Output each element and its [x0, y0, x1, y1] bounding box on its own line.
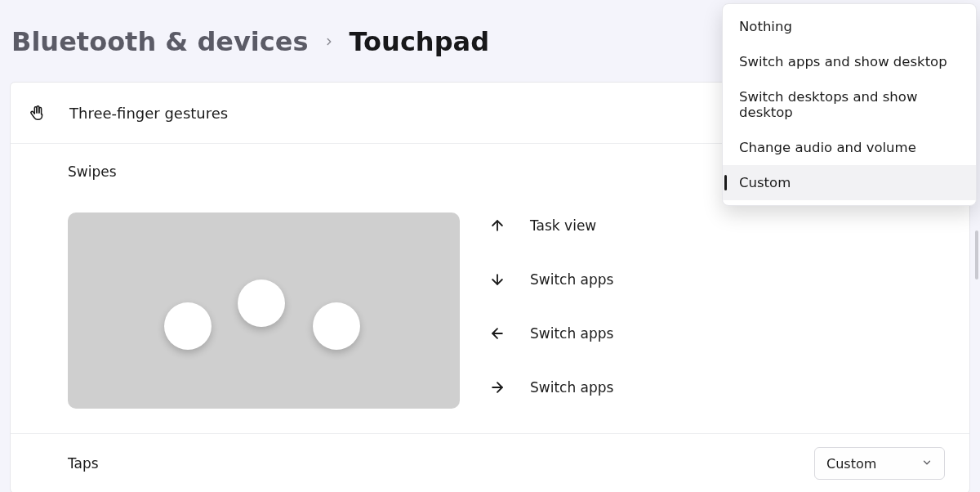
taps-combobox-value: Custom [826, 456, 876, 472]
swipe-down-item[interactable]: Switch apps [489, 271, 613, 288]
finger-dot [164, 302, 212, 350]
arrow-right-icon [489, 379, 506, 396]
swipes-preset-dropdown[interactable]: Nothing Switch apps and show desktop Swi… [722, 3, 977, 206]
chevron-right-icon [323, 34, 335, 51]
section-title: Three-finger gestures [69, 105, 228, 122]
chevron-down-icon [921, 456, 933, 472]
arrow-left-icon [489, 325, 506, 342]
dropdown-option-nothing[interactable]: Nothing [723, 9, 976, 44]
swipe-direction-list: Task view Switch apps Switch apps [489, 212, 613, 396]
dropdown-option-switch-apps-desktop[interactable]: Switch apps and show desktop [723, 44, 976, 79]
dropdown-option-switch-desktops[interactable]: Switch desktops and show desktop [723, 79, 976, 130]
swipe-right-item[interactable]: Switch apps [489, 379, 613, 396]
touchpad-preview [68, 212, 460, 409]
breadcrumb-current: Touchpad [350, 26, 490, 57]
finger-dot [238, 280, 285, 327]
taps-label: Taps [68, 455, 99, 472]
taps-row: Taps Custom [11, 434, 969, 492]
hand-icon [29, 104, 47, 122]
swipe-up-label: Task view [530, 217, 596, 234]
swipe-right-label: Switch apps [530, 379, 613, 396]
arrow-down-icon [489, 271, 506, 288]
swipe-up-item[interactable]: Task view [489, 217, 613, 234]
dropdown-option-audio-volume[interactable]: Change audio and volume [723, 130, 976, 165]
scrollbar[interactable] [975, 230, 978, 280]
swipe-down-label: Switch apps [530, 271, 613, 288]
breadcrumb-parent[interactable]: Bluetooth & devices [11, 26, 309, 57]
swipe-left-label: Switch apps [530, 325, 613, 342]
taps-combobox[interactable]: Custom [814, 447, 945, 480]
dropdown-option-custom[interactable]: Custom [723, 165, 976, 200]
finger-dot [313, 302, 360, 350]
arrow-up-icon [489, 217, 506, 234]
swipe-left-item[interactable]: Switch apps [489, 325, 613, 342]
